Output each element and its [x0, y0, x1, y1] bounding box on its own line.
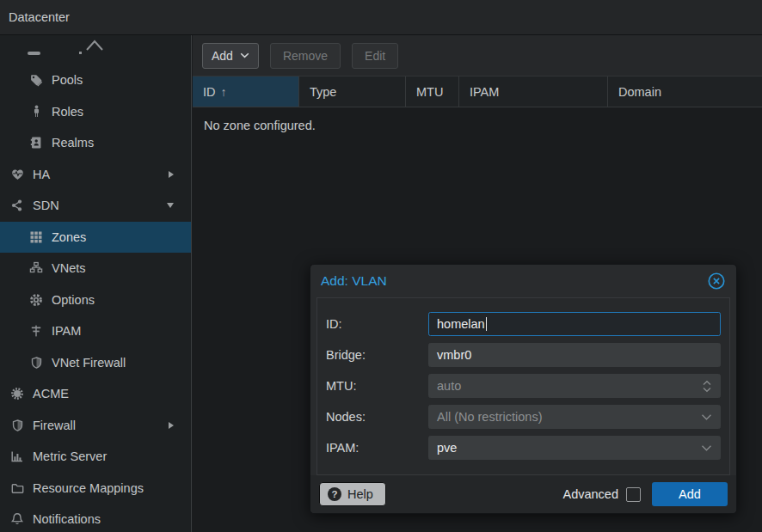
sidebar-item-ipam[interactable]: IPAM — [0, 315, 191, 347]
question-icon: ? — [328, 487, 341, 501]
ipam-select[interactable]: pve — [428, 436, 721, 460]
form-row-id: ID: homelan — [326, 312, 721, 336]
sidebar-item-firewall[interactable]: Firewall — [0, 410, 191, 442]
sitemap-icon — [28, 261, 44, 276]
grid-icon — [28, 229, 44, 244]
sidebar-item-realms[interactable]: Realms — [0, 127, 191, 159]
dialog-form: ID: homelan Bridge: vmbr0 MTU: auto Node… — [316, 297, 730, 475]
expand-arrow-icon[interactable] — [169, 171, 174, 178]
collapse-chevron-icon[interactable] — [84, 39, 105, 52]
help-button[interactable]: ? Help — [319, 482, 386, 506]
bridge-input[interactable]: vmbr0 — [428, 343, 721, 367]
heartbeat-icon — [9, 167, 25, 181]
column-header-id[interactable]: ID ↑ — [193, 76, 299, 107]
bar-chart-icon — [9, 449, 25, 464]
user-icon — [28, 104, 44, 119]
address-book-icon — [28, 136, 44, 150]
sidebar-item-resource-mappings[interactable]: Resource Mappings — [0, 473, 191, 504]
sidebar-item-vnet-firewall[interactable]: VNet Firewall — [0, 347, 191, 379]
advanced-label: Advanced — [563, 487, 619, 501]
mtu-label: MTU: — [326, 379, 428, 393]
grid-empty-text: No zone configured. — [204, 119, 316, 132]
text-caret — [486, 317, 488, 331]
icon-fragment — [79, 52, 82, 54]
chevron-down-icon[interactable] — [701, 444, 712, 452]
add-button[interactable]: Add — [202, 43, 259, 69]
bridge-label: Bridge: — [326, 348, 428, 362]
sidebar-item-partial[interactable] — [0, 35, 191, 64]
add-vlan-dialog: Add: VLAN ID: homelan Bridge: vmbr0 MTU:… — [310, 264, 737, 514]
column-header-mtu[interactable]: MTU — [406, 76, 459, 107]
form-row-mtu: MTU: auto — [326, 374, 721, 398]
certificate-icon — [9, 387, 25, 401]
network-wired-icon — [28, 324, 44, 339]
sidebar-item-ha[interactable]: HA — [0, 159, 191, 191]
form-row-nodes: Nodes: All (No restrictions) — [326, 405, 721, 429]
bell-icon — [9, 512, 25, 527]
sidebar-item-notifications[interactable]: Notifications — [0, 504, 191, 532]
icon-fragment — [28, 52, 40, 55]
id-label: ID: — [326, 317, 428, 331]
form-row-ipam: IPAM: pve — [326, 436, 721, 460]
column-header-domain[interactable]: Domain — [608, 76, 762, 107]
shield-icon — [28, 355, 44, 370]
shield-icon — [9, 418, 25, 432]
mtu-spinner[interactable]: auto — [428, 374, 721, 398]
top-bar: Datacenter — [0, 0, 762, 35]
sidebar-item-vnets[interactable]: VNets — [0, 253, 191, 284]
sidebar-item-zones[interactable]: Zones — [0, 222, 191, 254]
page-title: Datacenter — [9, 10, 70, 24]
folder-icon — [9, 480, 25, 495]
sort-asc-icon: ↑ — [221, 85, 227, 99]
id-input[interactable]: homelan — [428, 312, 721, 336]
remove-button[interactable]: Remove — [270, 43, 341, 69]
tags-icon — [28, 73, 44, 88]
dialog-title: Add: VLAN — [321, 273, 387, 289]
collapse-arrow-icon[interactable] — [167, 203, 174, 208]
network-nodes-icon — [9, 199, 25, 213]
sidebar-item-options[interactable]: Options — [0, 284, 191, 316]
sidebar-item-metric-server[interactable]: Metric Server — [0, 441, 191, 473]
toolbar: Add Remove Edit — [193, 35, 762, 76]
gear-icon — [28, 292, 44, 307]
dialog-footer: ? Help Advanced Add — [310, 475, 736, 513]
close-icon[interactable] — [707, 272, 726, 290]
nodes-select[interactable]: All (No restrictions) — [428, 405, 721, 429]
sidebar-tree: Pools Roles Realms HA SDN Zones — [0, 35, 192, 532]
grid-header: ID ↑ Type MTU IPAM Domain — [193, 76, 762, 107]
sidebar-item-sdn[interactable]: SDN — [0, 190, 191, 222]
submit-add-button[interactable]: Add — [652, 482, 728, 506]
edit-button[interactable]: Edit — [352, 43, 398, 69]
nodes-label: Nodes: — [326, 410, 428, 424]
dialog-header[interactable]: Add: VLAN — [310, 265, 736, 297]
column-header-ipam[interactable]: IPAM — [459, 76, 608, 107]
ipam-label: IPAM: — [326, 441, 428, 455]
expand-arrow-icon[interactable] — [169, 422, 174, 429]
column-header-type[interactable]: Type — [299, 76, 406, 107]
chevron-down-icon[interactable] — [701, 413, 712, 421]
sidebar-item-roles[interactable]: Roles — [0, 96, 191, 128]
form-row-bridge: Bridge: vmbr0 — [326, 343, 721, 367]
chevron-down-icon — [240, 52, 249, 58]
advanced-checkbox[interactable] — [626, 487, 641, 502]
spinner-arrows-icon[interactable] — [702, 379, 712, 394]
sidebar-item-pools[interactable]: Pools — [0, 64, 191, 96]
sidebar-item-acme[interactable]: ACME — [0, 378, 191, 410]
